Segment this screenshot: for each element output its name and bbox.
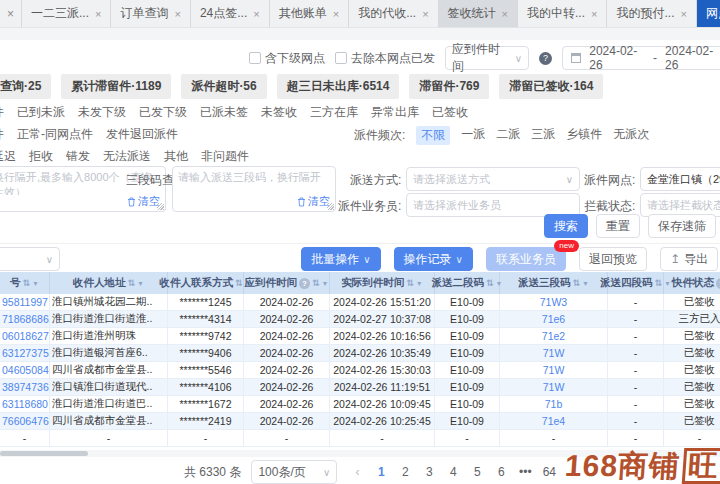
segment3-link[interactable]: 71b — [545, 398, 563, 410]
sort-icon[interactable]: ⇅ — [312, 278, 320, 288]
stat-chip[interactable]: 累计滞留件·1189 — [61, 74, 171, 99]
quick-filter-item[interactable]: 正常-同网点件 — [17, 126, 93, 143]
stat-chip[interactable]: 派件超时·56 — [181, 74, 266, 99]
segment3-link[interactable]: 71W3 — [540, 296, 567, 308]
column-header-address[interactable]: 收件人地址⇅▼ — [50, 272, 168, 294]
column-header-segment2[interactable]: 派送二段码⇅▼ — [435, 272, 500, 294]
contact-courier-button[interactable]: 联系业务员 new — [486, 247, 566, 271]
quick-filter-item[interactable]: 异常出库 — [371, 104, 419, 121]
tab-item[interactable]: 24点签...× — [191, 0, 270, 27]
segment3-link[interactable]: 71e2 — [542, 330, 565, 342]
clear-segment-link[interactable]: 清空 — [297, 194, 330, 209]
checkbox-icon[interactable] — [335, 52, 347, 64]
column-header-segment4[interactable]: 派送四段码⇅▼ — [608, 272, 664, 294]
column-header-waybill[interactable]: 号⇅▼ — [0, 272, 50, 294]
waybill-link[interactable]: 63118680 — [2, 398, 48, 410]
tab-item[interactable]: 网点进港...× — [697, 0, 720, 27]
filter-icon[interactable]: ▼ — [416, 280, 423, 287]
operation-record-button[interactable]: 操作记录 ∨ — [394, 247, 473, 271]
prev-page-button[interactable]: ‹ — [347, 461, 367, 483]
waybill-link[interactable]: 04605084 — [2, 364, 49, 376]
segment3-link[interactable]: 71e6 — [542, 313, 565, 325]
waybill-link[interactable]: 95811997 — [2, 296, 48, 308]
page-button[interactable]: 6 — [491, 461, 511, 483]
exclude-sent-checkbox[interactable]: 去除本网点已发 — [335, 50, 435, 67]
clear-waybill-link[interactable]: 清空 — [127, 194, 160, 209]
sort-icon[interactable]: ⇅ — [23, 278, 31, 288]
tab-close-icon[interactable]: × — [502, 8, 508, 20]
sort-icon[interactable]: ⇅ — [235, 278, 243, 288]
tab-close-icon[interactable]: × — [681, 8, 687, 20]
quick-filter-item[interactable]: 已派未签 — [200, 104, 248, 121]
stat-chip[interactable]: 超三日未出库·6514 — [277, 74, 400, 99]
column-header-due-time[interactable]: 应到件时间?⇅▼ — [244, 272, 330, 294]
stat-chip[interactable]: 滞留已签收·164 — [499, 74, 603, 99]
quick-filter-item[interactable]: 错发 — [66, 148, 90, 165]
date-end[interactable]: 2024-02-26 — [665, 44, 720, 72]
quick-filter-item[interactable]: 未签收 — [261, 104, 297, 121]
stat-chip[interactable]: 查询·25 — [0, 74, 51, 99]
quick-filter-item[interactable]: 已签收 — [432, 104, 468, 121]
row-select-dropdown[interactable]: ∨ — [0, 247, 60, 271]
quick-filter-item[interactable]: 拒收 — [29, 148, 53, 165]
segment3-link[interactable]: 71W — [543, 364, 565, 376]
tab-item[interactable]: 我的代收...× — [349, 0, 438, 27]
quick-filter-item[interactable]: 其他 — [164, 148, 188, 165]
sort-icon[interactable]: ⇅ — [573, 278, 581, 288]
page-size-select[interactable]: 100条/页 ∨ — [251, 460, 337, 484]
save-quick-filter-button[interactable]: 保存速筛 — [648, 214, 716, 238]
help-icon[interactable]: ? — [716, 278, 720, 289]
tab-item[interactable]: 我的预付...× — [607, 0, 696, 27]
filter-icon[interactable]: ▼ — [32, 280, 39, 287]
tab-close-icon[interactable]: × — [333, 8, 339, 20]
quick-filter-item[interactable]: 已发下级 — [139, 104, 187, 121]
export-button[interactable]: ↥ 导出 — [660, 247, 718, 271]
frequency-option[interactable]: 一派 — [461, 126, 485, 145]
waybill-link[interactable]: 06018627 — [2, 330, 49, 342]
quick-filter-item[interactable]: 无法派送 — [103, 148, 151, 165]
segment-textarea[interactable] — [173, 167, 335, 195]
tab-item[interactable]: 签收统计× — [439, 0, 518, 27]
frequency-option[interactable]: 三派 — [531, 126, 555, 145]
quick-filter-item[interactable]: 发件退回派件 — [106, 126, 178, 143]
help-icon[interactable]: ? — [299, 278, 310, 289]
page-button[interactable]: 4 — [443, 461, 463, 483]
page-button[interactable]: 5 — [467, 461, 487, 483]
frequency-option[interactable]: 无派次 — [613, 126, 649, 145]
pager-ellipsis[interactable]: ••• — [515, 461, 535, 483]
tab-close-icon[interactable]: × — [95, 8, 101, 20]
checkbox-icon[interactable] — [249, 52, 261, 64]
time-type-select[interactable]: 应到件时间 ∨ — [445, 46, 529, 70]
page-button[interactable]: 2 — [395, 461, 415, 483]
waybill-link[interactable]: 71868686 — [2, 313, 49, 325]
segment3-link[interactable]: 71W — [543, 347, 565, 359]
date-start[interactable]: 2024-02-26 — [589, 44, 645, 72]
tab-close-icon[interactable]: × — [253, 8, 259, 20]
dispatch-method-select[interactable]: 请选择派送方式 ∨ — [406, 167, 580, 191]
cut-tab-close-icon[interactable]: × — [0, 0, 22, 27]
sort-icon[interactable]: ⇅ — [486, 278, 494, 288]
tab-close-icon[interactable]: × — [591, 8, 597, 20]
resize-handle[interactable] — [327, 203, 334, 210]
filter-icon[interactable]: ▼ — [137, 280, 144, 287]
column-header-segment3[interactable]: 派送三段码⇅▼ — [500, 272, 608, 294]
date-range-picker[interactable]: 2024-02-26 - 2024-02-26 — [562, 46, 720, 70]
tab-item[interactable]: 其他账单× — [270, 0, 349, 27]
tab-item[interactable]: 我的中转...× — [518, 0, 607, 27]
filter-icon[interactable]: ▼ — [582, 280, 589, 287]
sort-icon[interactable]: ⇅ — [128, 278, 136, 288]
frequency-option[interactable]: 不限 — [416, 126, 450, 145]
return-preview-button[interactable]: 退回预览 — [579, 247, 647, 271]
sort-icon[interactable]: ⇅ — [406, 278, 414, 288]
quick-filter-item[interactable]: 未发下级 — [78, 104, 126, 121]
page-button[interactable]: 3 — [419, 461, 439, 483]
column-header-status[interactable]: 快件状态? — [664, 272, 720, 294]
segment3-link[interactable]: 71W — [543, 381, 565, 393]
segment3-link[interactable]: 71e4 — [542, 415, 565, 427]
tab-close-icon[interactable]: × — [422, 8, 428, 20]
frequency-option[interactable]: 二派 — [496, 126, 520, 145]
frequency-option[interactable]: 乡镇件 — [566, 126, 602, 145]
scrollbar-thumb[interactable] — [0, 451, 88, 456]
page-button[interactable]: 1 — [371, 461, 391, 483]
quick-filter-item[interactable]: 三方在库 — [310, 104, 358, 121]
